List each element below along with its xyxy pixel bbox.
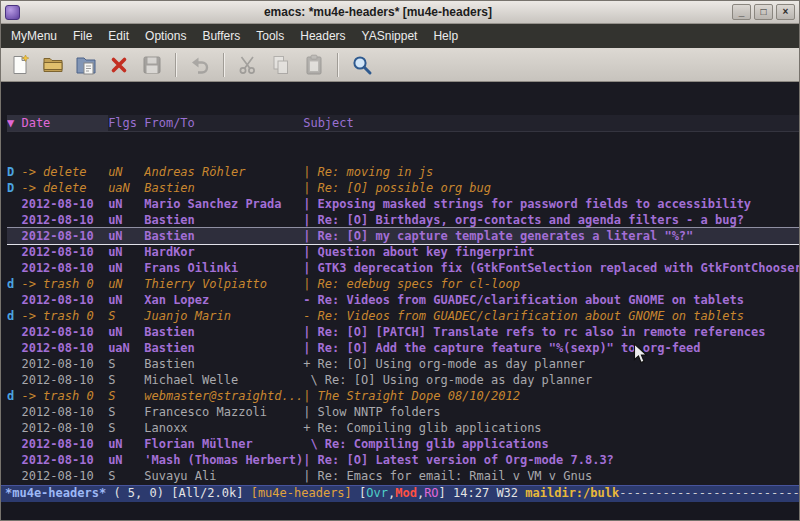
kill-buffer-icon	[108, 54, 130, 76]
cell-date: -> trash 0	[21, 276, 108, 292]
menu-options[interactable]: Options	[137, 24, 194, 48]
cell-date: 2012-08-10	[21, 452, 108, 468]
maximize-button[interactable]: □	[754, 4, 773, 20]
message-row[interactable]: 2012-08-10SFrancesco Mazzoli| Slow NNTP …	[7, 404, 799, 420]
modeline-dir: maildir:/bulk	[525, 486, 619, 500]
cell-subj: | Re: [O] Birthdays, org-contacts and ag…	[303, 212, 799, 228]
cell-subj: | Slow NNTP folders	[303, 404, 799, 420]
cell-mark	[7, 324, 21, 340]
message-row[interactable]: 2012-08-10uNBastien| Re: [O] Birthdays, …	[7, 212, 799, 228]
column-flags[interactable]: Flgs	[108, 115, 144, 131]
cell-subj: | Re: edebug specs for cl-loop	[303, 276, 799, 292]
cell-date: 2012-08-10	[21, 292, 108, 308]
cell-date: 2012-08-10	[21, 468, 108, 484]
column-date[interactable]: ▼ Date	[7, 115, 108, 131]
cell-subj: | Re: [O] [PATCH] Translate refs to rc a…	[303, 324, 799, 340]
toolbar-separator	[175, 53, 177, 77]
message-row[interactable]: 2012-08-10uNFrans Oilinki| GTK3 deprecat…	[7, 260, 799, 276]
cell-date: -> trash 0	[21, 308, 108, 324]
close-button[interactable]: ×	[776, 4, 795, 20]
cell-flags: S	[108, 468, 144, 484]
cell-date: 2012-08-10	[21, 244, 108, 260]
message-row[interactable]: 2012-08-10uNHardKor| Question about key …	[7, 244, 799, 260]
cell-from: Florian Müllner	[144, 436, 303, 452]
message-row[interactable]: 2012-08-10SSuvayu Ali| Re: Emacs for ema…	[7, 468, 799, 484]
cell-mark	[7, 356, 21, 372]
cell-from: HardKor	[144, 244, 303, 260]
cell-flags: uN	[108, 276, 144, 292]
menubar: MyMenuFileEditOptionsBuffersToolsHeaders…	[1, 24, 799, 48]
message-row[interactable]: d-> trash 0Swebmaster@straightd...| The …	[7, 388, 799, 404]
kill-buffer-button[interactable]	[104, 51, 134, 79]
message-row[interactable]: 2012-08-10uNBastien| Re: [O] [PATCH] Tra…	[7, 324, 799, 340]
cell-subj: | GTK3 deprecation fix (GtkFontSelection…	[303, 260, 799, 276]
cell-mark	[7, 244, 21, 260]
mu4e-headers-buffer[interactable]: ▼ DateFlgsFrom/ToSubject D-> deleteuNAnd…	[1, 82, 799, 485]
message-row[interactable]: D-> deleteuaNBastien| Re: [O] possible o…	[7, 180, 799, 196]
toolbar-separator	[337, 53, 339, 77]
cell-date: 2012-08-10	[21, 324, 108, 340]
column-subject[interactable]: Subject	[303, 115, 799, 131]
cell-from: Frans Oilinki	[144, 260, 303, 276]
open-file-button[interactable]	[38, 51, 68, 79]
message-row[interactable]: 2012-08-10uNXan Lopez- Re: Videos from G…	[7, 292, 799, 308]
cell-flags: uN	[108, 196, 144, 212]
menu-headers[interactable]: Headers	[292, 24, 353, 48]
message-row[interactable]: 2012-08-10uN'Mash (Thomas Herbert)| Re: …	[7, 452, 799, 468]
message-row[interactable]: 2012-08-10SMichael Welle \ Re: [O] Using…	[7, 372, 799, 388]
menu-tools[interactable]: Tools	[248, 24, 292, 48]
cell-flags: uN	[108, 228, 144, 244]
undo-button	[185, 51, 215, 79]
cell-mark	[7, 452, 21, 468]
minimize-button[interactable]: _	[732, 4, 751, 20]
menu-buffers[interactable]: Buffers	[194, 24, 248, 48]
cell-flags: uaN	[108, 340, 144, 356]
menu-file[interactable]: File	[65, 24, 100, 48]
cell-subj: | Re: Emacs for email: Rmail v VM v Gnus	[303, 468, 799, 484]
toolbar-separator	[223, 53, 225, 77]
message-row[interactable]: 2012-08-10uaNBastien| Re: [O] Add the ca…	[7, 340, 799, 356]
echo-area	[1, 502, 799, 520]
message-row-current[interactable]: 2012-08-10uNBastien| Re: [O] my capture …	[7, 228, 799, 244]
cell-mark	[7, 420, 21, 436]
search-button[interactable]	[347, 51, 377, 79]
column-from[interactable]: From/To	[144, 115, 303, 131]
message-row[interactable]: 2012-08-10uNMario Sanchez Prada| Exposin…	[7, 196, 799, 212]
cell-subj: + Re: [O] Using org-mode as day planner	[303, 356, 799, 372]
message-row[interactable]: d-> trash 0SJuanjo Marin- Re: Videos fro…	[7, 308, 799, 324]
message-row[interactable]: d-> trash 0uNThierry Volpiatto| Re: edeb…	[7, 276, 799, 292]
mouse-cursor	[633, 343, 648, 365]
dired-button[interactable]	[71, 51, 101, 79]
modeline-plain: [All/2.0k]	[171, 486, 250, 500]
cell-from: Juanjo Marin	[144, 308, 303, 324]
message-row[interactable]: 2012-08-10uNFlorian Müllner \ Re: Compil…	[7, 436, 799, 452]
new-file-button[interactable]	[5, 51, 35, 79]
message-list: D-> deleteuNAndreas Röhler| Re: moving i…	[7, 164, 799, 485]
message-row[interactable]: 2012-08-10SBastien+ Re: [O] Using org-mo…	[7, 356, 799, 372]
cell-mark: d	[7, 388, 21, 404]
cell-from: Bastien	[144, 340, 303, 356]
cell-flags: uN	[108, 164, 144, 180]
undo-icon	[189, 54, 211, 76]
message-row[interactable]: D-> deleteuNAndreas Röhler| Re: moving i…	[7, 164, 799, 180]
menu-mymenu[interactable]: MyMenu	[3, 24, 65, 48]
cell-mark	[7, 260, 21, 276]
cut-button	[233, 51, 263, 79]
cell-from: Bastien	[144, 212, 303, 228]
mode-line[interactable]: *mu4e-headers* ( 5, 0) [All/2.0k] [mu4e-…	[1, 485, 799, 502]
cell-mark: D	[7, 180, 21, 196]
message-row[interactable]: 2012-08-10SLanoxx+ Re: Compiling glib ap…	[7, 420, 799, 436]
cell-subj: | Question about key fingerprint	[303, 244, 799, 260]
cell-from: 'Mash (Thomas Herbert)	[144, 452, 303, 468]
cell-mark: d	[7, 308, 21, 324]
cell-flags: uN	[108, 212, 144, 228]
menu-yasnippet[interactable]: YASnippet	[354, 24, 426, 48]
cell-date: 2012-08-10	[21, 228, 108, 244]
menu-help[interactable]: Help	[425, 24, 466, 48]
open-folder-icon	[42, 54, 64, 76]
cell-flags: S	[108, 372, 144, 388]
menu-edit[interactable]: Edit	[100, 24, 137, 48]
cell-subj: - Re: Videos from GUADEC/clarification a…	[303, 292, 799, 308]
titlebar[interactable]: emacs: *mu4e-headers* [mu4e-headers] _ □…	[1, 1, 799, 24]
cell-mark	[7, 212, 21, 228]
